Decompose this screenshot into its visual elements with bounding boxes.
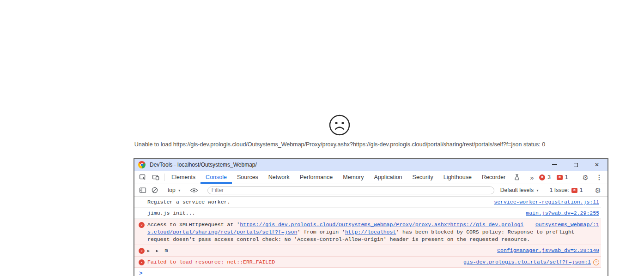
context-selector[interactable]: top ▼ — [165, 187, 184, 193]
device-toolbar-button[interactable] — [149, 171, 162, 184]
console-prompt-chevron: > — [139, 270, 143, 276]
expand-arrow-icon[interactable]: ▶ — [156, 249, 158, 253]
error-count: 3 — [547, 174, 551, 180]
window-controls: ✕ — [544, 159, 608, 171]
devtools-titlebar[interactable]: DevTools - localhost/Outsystems_Webmap/ … — [134, 159, 608, 171]
error-badge-icon: ✕ — [539, 174, 545, 180]
source-link[interactable]: gis-dev.prologis.clo…rtals/self?f=json:1 — [463, 258, 591, 266]
log-text: jimu.js init... — [147, 210, 195, 216]
error-text: Access to XMLHttpRequest at ' — [147, 222, 240, 228]
more-tabs-icon: » — [530, 174, 534, 181]
context-selector-value: top — [168, 187, 176, 193]
console-toolbar: top ▼ Default levels ▼ 1 Issue: ✕ 1 — [134, 184, 608, 197]
tab-sources[interactable]: Sources — [232, 171, 263, 184]
issue-badge-icon: ✕ — [571, 188, 577, 193]
tab-security[interactable]: Security — [407, 171, 438, 184]
tab-elements[interactable]: Elements — [166, 171, 200, 184]
page-error-text: Unable to load https://gis-dev.prologis.… — [87, 141, 592, 148]
open-in-network-icon[interactable]: ↑ — [593, 259, 599, 265]
eye-icon — [190, 187, 198, 193]
close-button[interactable]: ✕ — [586, 159, 608, 171]
devtools-tabbar: Elements Console Sources Network Perform… — [134, 171, 608, 184]
window-title: DevTools - localhost/Outsystems_Webmap/ — [150, 162, 257, 168]
error-icon: ✕ — [139, 222, 145, 228]
close-icon: ✕ — [595, 162, 599, 168]
expand-arrow-icon[interactable]: ▶ — [147, 249, 150, 253]
error-text: ' from origin ' — [297, 229, 345, 235]
error-icon: ✕ — [139, 259, 145, 265]
clear-console-button[interactable] — [149, 186, 161, 194]
chevron-down-icon: ▼ — [536, 189, 539, 192]
source-link[interactable]: Outsystems_Webmap/:1 — [535, 221, 599, 228]
inspect-cursor-icon — [139, 174, 146, 181]
tab-recorder[interactable]: Recorder — [477, 171, 510, 184]
console-log-row[interactable]: service-worker-registration.js:11 Regist… — [134, 197, 601, 208]
error-object-preview[interactable]: m — [164, 247, 168, 253]
kebab-menu-icon[interactable]: ⋮ — [593, 174, 606, 180]
tab-network[interactable]: Network — [263, 171, 295, 184]
console-settings-gear-icon[interactable]: ⚙ — [591, 187, 605, 194]
source-cluster: gis-dev.prologis.clo…rtals/self?f=json:1… — [463, 258, 599, 266]
console-sidebar-toggle-button[interactable] — [137, 186, 149, 194]
maximize-button[interactable] — [565, 159, 586, 171]
experiment-flask-icon — [510, 171, 523, 184]
devtools-window: DevTools - localhost/Outsystems_Webmap/ … — [134, 158, 608, 276]
console-prompt-row[interactable]: > — [134, 268, 608, 276]
sad-face-icon — [328, 114, 351, 138]
log-text: Register a service worker. — [147, 199, 230, 205]
tabbar-right-cluster: ✕ 3 ✕ 1 ⚙ ⋮ — [539, 171, 608, 184]
chevron-down-icon: ▼ — [178, 189, 181, 192]
divider — [164, 174, 164, 181]
chrome-logo-icon — [138, 161, 146, 168]
issue-badge-icon: ✕ — [557, 175, 563, 180]
issues-label: 1 Issue: — [550, 187, 569, 193]
tab-memory[interactable]: Memory — [338, 171, 369, 184]
source-link[interactable]: ConfigManager.js?wab_dv=2.29:149 — [497, 247, 599, 254]
console-errors-badge[interactable]: ✕ 3 — [539, 174, 551, 180]
tab-console[interactable]: Console — [200, 171, 232, 184]
minimize-button[interactable] — [544, 159, 565, 171]
clear-console-icon — [151, 186, 158, 194]
live-expression-button[interactable] — [188, 187, 200, 193]
inspect-element-button[interactable] — [136, 171, 149, 184]
issue-count: 1 — [565, 174, 568, 180]
minimize-icon — [552, 164, 557, 165]
issues-count: 1 — [580, 187, 583, 193]
console-error-row-failed[interactable]: ✕ gis-dev.prologis.clo…rtals/self?f=json… — [134, 257, 601, 268]
console-error-row-object[interactable]: ✕ ConfigManager.js?wab_dv=2.29:149 ▶ ▶ m — [134, 245, 601, 257]
source-link[interactable]: service-worker-registration.js:11 — [494, 198, 599, 206]
tab-performance[interactable]: Performance — [295, 171, 338, 184]
device-toolbar-icon — [152, 174, 159, 181]
source-link[interactable]: main.js?wab_dv=2.29:255 — [526, 210, 599, 217]
error-text: Failed to load resource: net::ERR_FAILED — [147, 259, 275, 265]
sidebar-panel-icon — [139, 186, 146, 194]
origin-url-link[interactable]: http://localhost — [345, 229, 396, 235]
tab-application[interactable]: Application — [369, 171, 407, 184]
maximize-icon — [574, 163, 578, 167]
more-tabs-button[interactable]: » — [525, 171, 538, 184]
console-error-row-cors[interactable]: ✕ Outsystems_Webmap/:1 Access to XMLHttp… — [134, 219, 601, 245]
log-levels-selector[interactable]: Default levels ▼ — [498, 187, 542, 193]
tab-lighthouse[interactable]: Lighthouse — [438, 171, 477, 184]
console-message-list: service-worker-registration.js:11 Regist… — [134, 197, 608, 276]
error-icon: ✕ — [139, 248, 145, 254]
settings-gear-icon[interactable]: ⚙ — [578, 174, 593, 181]
issues-counter[interactable]: 1 Issue: ✕ 1 — [546, 187, 587, 193]
filter-input[interactable] — [207, 186, 494, 194]
console-log-row[interactable]: main.js?wab_dv=2.29:255 jimu.js init... — [134, 208, 601, 219]
issues-badge[interactable]: ✕ 1 — [557, 174, 568, 180]
log-levels-value: Default levels — [500, 187, 534, 193]
